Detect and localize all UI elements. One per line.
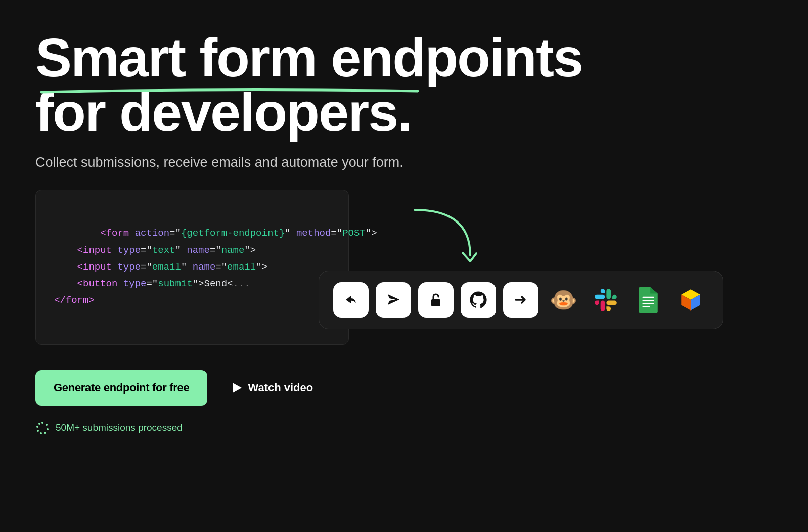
github-icon [469, 290, 488, 309]
svg-point-11 [44, 432, 46, 434]
content-row: <form action="{getform-endpoint}" method… [35, 190, 773, 345]
svg-rect-1 [643, 297, 654, 298]
headline-line1: Smart form endpoints [35, 27, 582, 88]
slack-icon-btn[interactable] [588, 282, 623, 318]
subheadline: Collect submissions, receive emails and … [35, 155, 773, 170]
code-block-wrapper: <form action="{getform-endpoint}" method… [35, 190, 349, 345]
green-arrow [399, 205, 480, 276]
github-icon-btn[interactable] [461, 282, 496, 318]
cube-icon [678, 287, 703, 313]
submissions-dots-icon [35, 421, 50, 435]
watch-video-label: Watch video [248, 381, 313, 394]
google-sheets-icon-btn[interactable] [631, 282, 666, 318]
svg-point-9 [46, 424, 48, 426]
main-headline: Smart form endpoints for developers. [35, 30, 773, 140]
unlock-icon-btn[interactable] [418, 282, 454, 318]
cta-row: Generate endpoint for free Watch video [35, 370, 773, 406]
headline-container: Smart form endpoints for developers. [35, 30, 773, 140]
reply-icon-btn[interactable] [333, 282, 369, 318]
svg-point-10 [47, 428, 49, 430]
send-icon [385, 292, 401, 308]
send-icon-btn[interactable] [376, 282, 411, 318]
mailchimp-icon: 🐵 [550, 287, 577, 313]
submissions-text: 50M+ submissions processed [56, 422, 183, 433]
mailchimp-icon-btn[interactable]: 🐵 [546, 282, 581, 318]
svg-rect-0 [431, 299, 440, 306]
svg-point-14 [36, 426, 38, 428]
submissions-badge: 50M+ submissions processed [35, 421, 773, 435]
svg-point-8 [41, 422, 43, 424]
svg-rect-2 [643, 300, 654, 301]
play-triangle-icon [233, 383, 242, 393]
svg-point-15 [38, 423, 40, 425]
reply-icon [343, 292, 359, 308]
unlock-icon [428, 292, 444, 308]
google-sheets-icon [636, 287, 661, 313]
integration-icons-row: 🐵 [333, 282, 708, 318]
generate-endpoint-button[interactable]: Generate endpoint for free [35, 370, 207, 406]
forward-icon-btn[interactable] [503, 282, 538, 318]
svg-rect-3 [643, 303, 654, 304]
integrations-card: 🐵 [319, 271, 723, 329]
svg-point-13 [37, 430, 39, 432]
svg-point-12 [40, 432, 42, 434]
hero-section: Smart form endpoints for developers. Col… [0, 0, 808, 455]
watch-video-button[interactable]: Watch video [233, 381, 313, 394]
slack-icon [595, 289, 617, 311]
cube-icon-btn[interactable] [673, 282, 708, 318]
code-block: <form action="{getform-endpoint}" method… [35, 190, 349, 345]
forward-icon [513, 292, 529, 308]
headline-underline [37, 86, 422, 95]
svg-rect-4 [643, 306, 650, 308]
